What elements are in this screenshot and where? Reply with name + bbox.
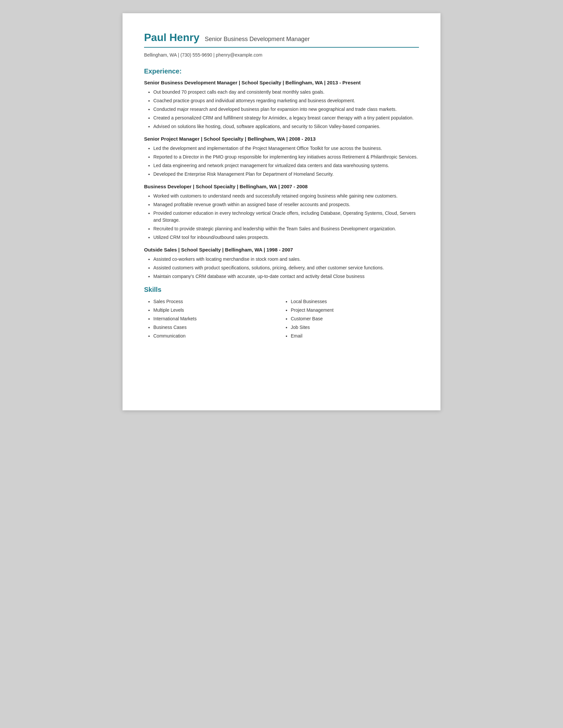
list-item: Assisted co-workers with locating mercha… — [153, 256, 419, 263]
skills-list-right: Local Businesses Project Management Cust… — [282, 298, 419, 340]
list-item: Reported to a Director in the PMO group … — [153, 154, 419, 160]
skills-col-right: Local Businesses Project Management Cust… — [282, 298, 419, 341]
header-divider — [144, 47, 419, 48]
list-item: Worked with customers to understand need… — [153, 193, 419, 200]
list-item: Recruited to provide strategic planning … — [153, 225, 419, 232]
job-bullets-4: Assisted co-workers with locating mercha… — [144, 256, 419, 280]
list-item: Sales Process — [153, 298, 282, 305]
list-item: Utilized CRM tool for inbound/outbound s… — [153, 234, 419, 241]
header-row: Paul Henry Senior Business Development M… — [144, 31, 419, 44]
skills-columns: Sales Process Multiple Levels Internatio… — [144, 298, 419, 341]
list-item: Managed profitable revenue growth within… — [153, 201, 419, 208]
candidate-name: Paul Henry — [144, 31, 199, 44]
job-title-4: Outside Sales | School Specialty | Belli… — [144, 247, 419, 252]
resume-page: Paul Henry Senior Business Development M… — [122, 13, 441, 410]
list-item: Customer Base — [291, 315, 419, 322]
list-item: Maintain company's CRM database with acc… — [153, 273, 419, 280]
job-bullets-3: Worked with customers to understand need… — [144, 193, 419, 241]
list-item: Led data engineering and network project… — [153, 162, 419, 169]
skills-col-left: Sales Process Multiple Levels Internatio… — [144, 298, 282, 341]
list-item: International Markets — [153, 315, 282, 322]
list-item: Developed the Enterprise Risk Management… — [153, 171, 419, 178]
list-item: Email — [291, 333, 419, 340]
list-item: Led the development and implementation o… — [153, 145, 419, 152]
list-item: Local Businesses — [291, 298, 419, 305]
list-item: Coached practice groups and individual a… — [153, 97, 419, 104]
job-title-3: Business Developer | School Specialty | … — [144, 184, 419, 189]
candidate-title: Senior Business Development Manager — [205, 36, 310, 43]
contact-info: Bellingham, WA | (730) 555-9690 | phenry… — [144, 52, 419, 58]
job-bullets-2: Led the development and implementation o… — [144, 145, 419, 178]
list-item: Assisted customers with product specific… — [153, 264, 419, 271]
skills-section-title: Skills — [144, 286, 419, 294]
list-item: Created a personalized CRM and fulfillme… — [153, 114, 419, 121]
job-bullets-1: Out bounded 70 prospect calls each day a… — [144, 89, 419, 130]
list-item: Business Cases — [153, 324, 282, 331]
job-title-2: Senior Project Manager | School Specialt… — [144, 136, 419, 142]
list-item: Provided customer education in every tec… — [153, 210, 419, 224]
experience-section-title: Experience: — [144, 68, 419, 75]
list-item: Conducted major research and developed b… — [153, 106, 419, 113]
skills-list-left: Sales Process Multiple Levels Internatio… — [144, 298, 282, 340]
job-title-1: Senior Business Development Manager | Sc… — [144, 80, 419, 85]
list-item: Out bounded 70 prospect calls each day a… — [153, 89, 419, 96]
list-item: Communication — [153, 333, 282, 340]
list-item: Job Sites — [291, 324, 419, 331]
list-item: Advised on solutions like hosting, cloud… — [153, 123, 419, 130]
list-item: Multiple Levels — [153, 307, 282, 314]
list-item: Project Management — [291, 307, 419, 314]
